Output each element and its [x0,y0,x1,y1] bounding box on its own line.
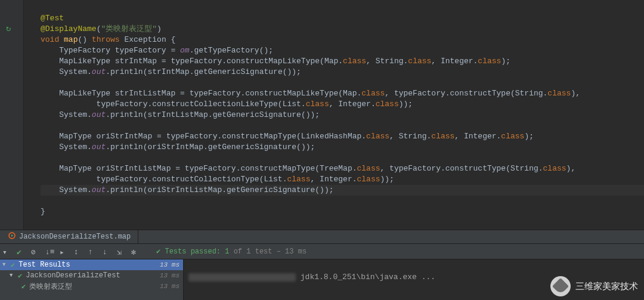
cancel-icon[interactable]: ⊘ [31,248,39,256]
check-icon: ✔ [11,261,15,270]
exception-decl: Exception { [124,35,175,44]
code-text: .println(oriStrIntMap.getGenericSignatur… [106,143,315,151]
run-toolbar: ▾ ✔ ⊘ ↓≡ ▸ ↕ ↑ ↓ ⇲ ✻ ✔ Tests passed: 1 o… [0,244,644,259]
check-icon: ✔ [21,282,26,291]
code-text: , String. [389,132,431,141]
code-text: ), [566,164,576,173]
keyword-class: class [287,175,310,184]
keyword-class: class [343,57,366,66]
keyword-class: class [357,175,380,184]
tree-root-time: 13 ms [160,261,179,268]
settings-icon[interactable]: ✻ [131,248,140,256]
console-line: jdk1.8.0_251\bin\java.exe ... [188,273,435,282]
keyword-class: class [366,132,389,141]
expand-icon[interactable]: ▸ [60,248,68,256]
tree-root-label: Test Results [18,261,160,269]
field-om: om [180,46,190,55]
test-tree-suite[interactable]: ▼ ✔ JacksonDeserializeTest 13 ms [0,270,183,281]
code-text: System. [41,67,92,76]
next-icon[interactable]: ↓ [103,248,111,256]
code-text: , typeFactory.constructType(String. [385,89,547,98]
tests-passed-label: ✔ Tests passed: 1 of 1 test – 13 ms [156,247,306,256]
code-text: , Integer. [329,100,376,109]
keyword-class: class [478,57,501,66]
code-text: typeFactory.constructCollectionType(List… [41,175,287,184]
code-text: System. [41,143,92,151]
code-text: typeFactory.constructCollectionLikeType(… [41,100,306,109]
code-editor[interactable]: ↻ @Test @DisplayName("类映射表泛型") void map(… [0,0,644,230]
code-text: , Integer. [454,132,501,141]
keyword-throws: throws [92,35,120,44]
test-tree[interactable]: ▼ ✔ Test Results 13 ms ▼ ✔ JacksonDeseri… [0,259,184,300]
code-text: , typeFactory.constructType(String. [380,164,543,173]
console-output[interactable]: jdk1.8.0_251\bin\java.exe ... Ljava/util… [184,259,644,300]
run-tab-bar: JacksonDeserializeTest.map [0,230,644,244]
keyword-class: class [376,100,399,109]
test-tree-item[interactable]: ✔ 类映射表泛型 13 ms [0,281,183,292]
keyword-class: class [306,100,329,109]
code-text: System. [41,185,92,194]
code-text: .println(strIntListMap.getGenericSignatu… [106,110,320,119]
chevron-down-icon[interactable]: ▾ [2,248,11,256]
code-text: )); [380,175,394,184]
code-text: MapLikeType strIntListMap = typeFactory.… [41,89,361,98]
field-out: out [92,185,106,194]
collapse-icon[interactable]: ↕ [74,248,82,256]
blurred-path [188,273,296,282]
field-out: out [92,110,106,119]
run-panel: ▼ ✔ Test Results 13 ms ▼ ✔ JacksonDeseri… [0,259,644,300]
tests-passed-text: Tests passed: [165,248,225,256]
keyword-class: class [408,57,431,66]
tree-toggle-icon[interactable]: ▼ [10,273,16,279]
code-text: MapLikeType strIntMap = typeFactory.cons… [41,57,343,66]
editor-gutter: ↻ [0,0,24,230]
tree-suite-time: 13 ms [160,272,179,279]
export-icon[interactable]: ⇲ [117,248,125,256]
tree-item-label: 类映射表泛型 [29,282,160,292]
field-out: out [92,143,106,151]
keyword-void: void [41,35,59,44]
tree-suite-label: JacksonDeserializeTest [26,271,160,280]
keyword-class: class [547,89,571,98]
sort-icon[interactable]: ↓≡ [45,248,54,256]
tab-label: JacksonDeserializeTest.map [19,233,131,241]
code-text: , Integer. [310,175,357,184]
code-text: MapType oriStrIntListMap = typeFactory.c… [41,164,357,173]
code-text: , String. [366,57,408,66]
check-icon[interactable]: ✔ [17,248,25,256]
code-text: , Integer. [431,57,478,66]
code-text: System. [41,110,92,119]
code-area[interactable]: @Test @DisplayName("类映射表泛型") void map() … [24,0,644,230]
field-out: out [92,67,106,76]
run-gutter-icon[interactable]: ↻ [6,23,11,33]
check-icon: ✔ [18,271,22,280]
prev-icon[interactable]: ↑ [88,248,97,256]
code-text: .getTypeFactory(); [190,46,273,55]
code-text: ); [524,132,534,141]
code-text: ), [571,89,580,98]
keyword-class: class [501,132,524,141]
test-tab[interactable]: JacksonDeserializeTest.map [1,230,138,243]
closing-brace: } [41,207,45,216]
tree-item-time: 13 ms [160,283,179,290]
method-name: map [64,35,78,44]
keyword-class: class [357,164,380,173]
displayname-value: "类映射表泛型" [101,24,157,33]
code-text: .println(strIntMap.getGenericSignature()… [106,67,301,76]
keyword-class: class [543,164,566,173]
tests-passed-time: 13 ms [285,248,306,256]
tree-toggle-icon[interactable]: ▼ [2,262,8,268]
jdk-path: jdk1.8.0_251\bin\java.exe ... [296,273,435,282]
code-text: TypeFactory typeFactory = [41,46,180,55]
keyword-class: class [361,89,385,98]
annotation-test: @Test [41,14,64,23]
code-text: MapType oriStrIntMap = typeFactory.const… [41,132,366,141]
keyword-class: class [431,132,454,141]
code-text: .println(oriStrIntListMap.getGenericSign… [106,185,333,194]
test-tab-run-icon [8,232,16,242]
test-tree-root[interactable]: ▼ ✔ Test Results 13 ms [0,259,183,270]
tests-passed-total: of 1 test – [229,248,285,256]
code-text: )); [399,100,413,109]
code-text: ); [501,57,510,66]
annotation-displayname: @DisplayName [41,24,97,33]
